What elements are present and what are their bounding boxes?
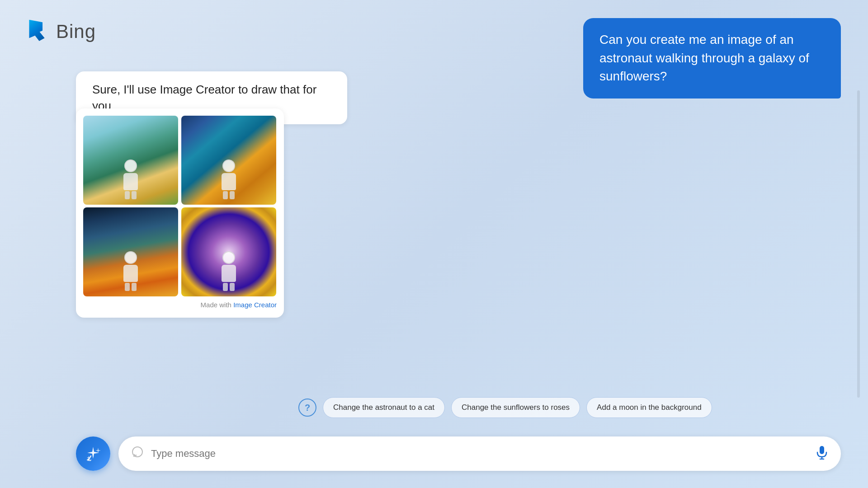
image-grid [83, 116, 277, 296]
generated-image-1[interactable] [83, 116, 178, 205]
suggestion-chip-3[interactable]: Add a moon in the background [586, 397, 712, 418]
made-with-text: Made with Image Creator [83, 301, 277, 309]
astronaut-figure-3 [121, 251, 141, 287]
sparkle-icon [85, 445, 102, 462]
user-message-bubble: Can you create me an image of an astrona… [583, 18, 841, 99]
suggestion-chip-2[interactable]: Change the sunflowers to roses [451, 397, 580, 418]
message-input-box[interactable] [118, 436, 841, 471]
generated-image-4[interactable] [181, 207, 276, 296]
astronaut-figure-1 [121, 160, 141, 196]
help-icon[interactable]: ? [298, 399, 316, 417]
svg-rect-2 [820, 446, 824, 454]
astronaut-figure-2 [219, 160, 239, 196]
generated-image-3[interactable] [83, 207, 178, 296]
logo-area: Bing [25, 18, 96, 45]
image-creator-link[interactable]: Image Creator [233, 301, 277, 309]
input-bar-area [76, 436, 841, 471]
bing-logo-icon [25, 18, 50, 45]
suggestions-area: ? Change the astronaut to a cat Change t… [298, 397, 712, 418]
message-input[interactable] [151, 448, 808, 460]
image-grid-container: Made with Image Creator [76, 108, 284, 318]
scrollbar[interactable] [857, 90, 860, 398]
magic-button[interactable] [76, 436, 110, 471]
bing-label: Bing [56, 21, 96, 42]
chat-icon [131, 446, 144, 462]
astronaut-figure-4 [219, 251, 239, 287]
suggestion-chip-1[interactable]: Change the astronaut to a cat [323, 397, 445, 418]
generated-image-2[interactable] [181, 116, 276, 205]
user-message-text: Can you create me an image of an astrona… [599, 33, 809, 83]
microphone-icon[interactable] [816, 445, 828, 463]
